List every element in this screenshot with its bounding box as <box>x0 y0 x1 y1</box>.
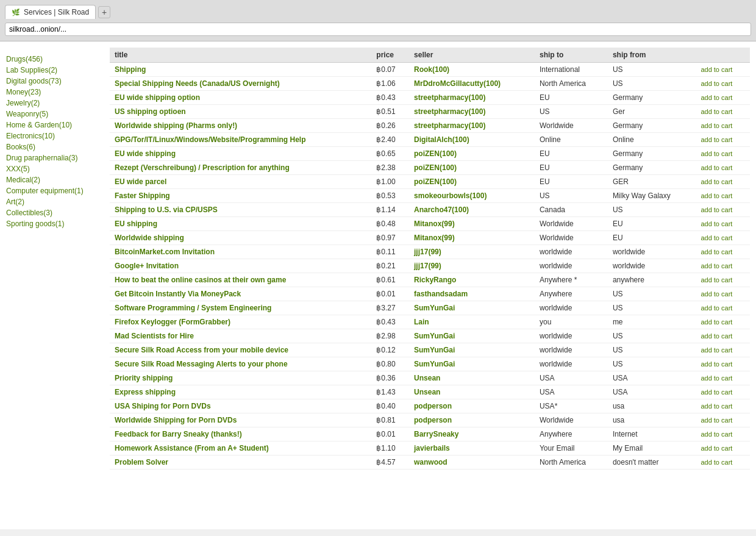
seller-link[interactable]: SumYunGai <box>414 304 455 312</box>
seller-link[interactable]: Mitanox(99) <box>414 220 455 228</box>
add-to-cart-button[interactable]: add to cart <box>701 66 732 73</box>
address-bar[interactable] <box>5 23 751 36</box>
add-to-cart-button[interactable]: add to cart <box>701 234 732 241</box>
add-to-cart-button[interactable]: add to cart <box>701 164 732 171</box>
new-tab-button[interactable]: + <box>98 6 110 18</box>
seller-link[interactable]: poiZEN(100) <box>414 163 457 172</box>
seller-link[interactable]: podperson <box>414 402 452 410</box>
active-tab[interactable]: 🌿 Services | Silk Road <box>5 5 96 19</box>
seller-link[interactable]: SumYunGai <box>414 332 455 340</box>
add-to-cart-button[interactable]: add to cart <box>701 459 732 466</box>
item-title-link[interactable]: Special Shipping Needs (Canada/US Overni… <box>115 79 280 88</box>
add-to-cart-button[interactable]: add to cart <box>701 136 732 143</box>
item-title-link[interactable]: US shipping optioen <box>115 107 186 116</box>
add-to-cart-button[interactable]: add to cart <box>701 304 732 312</box>
sidebar-item-money[interactable]: Money(23) <box>6 87 104 98</box>
sidebar-item-drug-paraphernalia[interactable]: Drug paraphernalia(3) <box>6 152 104 163</box>
item-title-link[interactable]: How to beat the online casinos at their … <box>115 276 286 284</box>
sidebar-item-computer-equipment[interactable]: Computer equipment(1) <box>6 185 104 196</box>
sidebar-item-medical[interactable]: Medical(2) <box>6 174 104 185</box>
seller-link[interactable]: smokeourbowls(100) <box>414 191 487 200</box>
sidebar-item-drugs[interactable]: Drugs(456) <box>6 54 104 65</box>
seller-link[interactable]: podperson <box>414 416 452 424</box>
item-title-link[interactable]: GPG/Tor/IT/Linux/Windows/Website/Program… <box>115 135 305 144</box>
seller-link[interactable]: poiZEN(100) <box>414 177 457 186</box>
add-to-cart-button[interactable]: add to cart <box>701 206 732 213</box>
add-to-cart-button[interactable]: add to cart <box>701 150 732 157</box>
sidebar-item-jewelry[interactable]: Jewelry(2) <box>6 98 104 109</box>
add-to-cart-button[interactable]: add to cart <box>701 80 732 87</box>
add-to-cart-button[interactable]: add to cart <box>701 360 732 368</box>
item-title-link[interactable]: Firefox Keylogger (FormGrabber) <box>115 318 230 326</box>
item-title-link[interactable]: BitcoinMarket.com Invitation <box>115 248 215 256</box>
add-to-cart-button[interactable]: add to cart <box>701 220 732 227</box>
item-title-link[interactable]: Secure Silk Road Access from your mobile… <box>115 346 288 354</box>
seller-link[interactable]: jjj17(99) <box>414 262 441 270</box>
add-to-cart-button[interactable]: add to cart <box>701 248 732 255</box>
seller-link[interactable]: Unsean <box>414 374 440 382</box>
add-to-cart-button[interactable]: add to cart <box>701 346 732 354</box>
item-title-link[interactable]: Express shipping <box>115 388 176 396</box>
seller-link[interactable]: SumYunGai <box>414 360 455 368</box>
add-to-cart-button[interactable]: add to cart <box>701 318 732 326</box>
item-title-link[interactable]: Rezept (Verschreibung) / Prescription fo… <box>115 163 290 172</box>
sidebar-item-lab-supplies[interactable]: Lab Supplies(2) <box>6 65 104 76</box>
add-to-cart-button[interactable]: add to cart <box>701 431 732 438</box>
item-title-link[interactable]: Faster Shipping <box>115 191 170 200</box>
item-title-link[interactable]: EU shipping <box>115 220 157 228</box>
seller-link[interactable]: Rook(100) <box>414 65 449 74</box>
add-to-cart-button[interactable]: add to cart <box>701 290 732 298</box>
add-to-cart-button[interactable]: add to cart <box>701 122 732 129</box>
seller-link[interactable]: fasthandsadam <box>414 290 468 298</box>
add-to-cart-button[interactable]: add to cart <box>701 192 732 199</box>
item-title-link[interactable]: Get Bitcoin Instantly Via MoneyPack <box>115 290 241 298</box>
item-title-link[interactable]: USA Shiping for Porn DVDs <box>115 402 211 410</box>
sidebar-item-books[interactable]: Books(6) <box>6 141 104 152</box>
seller-link[interactable]: Anarcho47(100) <box>414 205 469 214</box>
add-to-cart-button[interactable]: add to cart <box>701 262 732 270</box>
item-title-link[interactable]: Feedback for Barry Sneaky (thanks!) <box>115 430 242 438</box>
add-to-cart-button[interactable]: add to cart <box>701 178 732 185</box>
sidebar-item-digital-goods[interactable]: Digital goods(73) <box>6 76 104 87</box>
add-to-cart-button[interactable]: add to cart <box>701 108 732 115</box>
seller-link[interactable]: SumYunGai <box>414 346 455 354</box>
item-title-link[interactable]: EU wide shipping <box>115 149 176 158</box>
item-title-link[interactable]: EU wide parcel <box>115 177 166 186</box>
item-title-link[interactable]: Mad Scientists for Hire <box>115 332 194 340</box>
add-to-cart-button[interactable]: add to cart <box>701 276 732 284</box>
sidebar-item-home-garden[interactable]: Home & Garden(10) <box>6 120 104 130</box>
seller-link[interactable]: jjj17(99) <box>414 248 441 256</box>
item-title-link[interactable]: Shipping to U.S. via CP/USPS <box>115 205 218 214</box>
add-to-cart-button[interactable]: add to cart <box>701 445 732 452</box>
item-title-link[interactable]: Problem Solver <box>115 458 168 466</box>
add-to-cart-button[interactable]: add to cart <box>701 332 732 340</box>
sidebar-item-weaponry[interactable]: Weaponry(5) <box>6 109 104 120</box>
seller-link[interactable]: javierbails <box>414 444 450 452</box>
add-to-cart-button[interactable]: add to cart <box>701 388 732 396</box>
item-title-link[interactable]: EU wide shipping option <box>115 93 200 102</box>
sidebar-item-xxx[interactable]: XXX(5) <box>6 163 104 174</box>
seller-link[interactable]: BarrySneaky <box>414 430 458 438</box>
sidebar-item-electronics[interactable]: Electronics(10) <box>6 130 104 141</box>
item-title-link[interactable]: Worldwide Shipping for Porn DVDs <box>115 416 237 424</box>
add-to-cart-button[interactable]: add to cart <box>701 374 732 382</box>
add-to-cart-button[interactable]: add to cart <box>701 94 732 101</box>
item-title-link[interactable]: Shipping <box>115 65 146 74</box>
seller-link[interactable]: RickyRango <box>414 276 456 284</box>
sidebar-item-collectibles[interactable]: Collectibles(3) <box>6 207 104 218</box>
item-title-link[interactable]: Google+ Invitation <box>115 262 179 270</box>
item-title-link[interactable]: Priority shipping <box>115 374 173 382</box>
seller-link[interactable]: streetpharmacy(100) <box>414 121 485 130</box>
item-title-link[interactable]: Secure Silk Road Messaging Alerts to you… <box>115 360 288 368</box>
sidebar-item-art[interactable]: Art(2) <box>6 196 104 207</box>
item-title-link[interactable]: Worldwide shipping <box>115 234 184 242</box>
item-title-link[interactable]: Worldwide shipping (Pharms only!) <box>115 121 237 130</box>
sidebar-item-sporting-goods[interactable]: Sporting goods(1) <box>6 218 104 229</box>
seller-link[interactable]: Unsean <box>414 388 440 396</box>
seller-link[interactable]: Mitanox(99) <box>414 234 455 242</box>
seller-link[interactable]: poiZEN(100) <box>414 149 457 158</box>
item-title-link[interactable]: Homework Assistance (From an A+ Student) <box>115 444 269 452</box>
seller-link[interactable]: streetpharmacy(100) <box>414 107 485 116</box>
add-to-cart-button[interactable]: add to cart <box>701 416 732 424</box>
item-title-link[interactable]: Software Programming / System Engineerin… <box>115 304 271 312</box>
